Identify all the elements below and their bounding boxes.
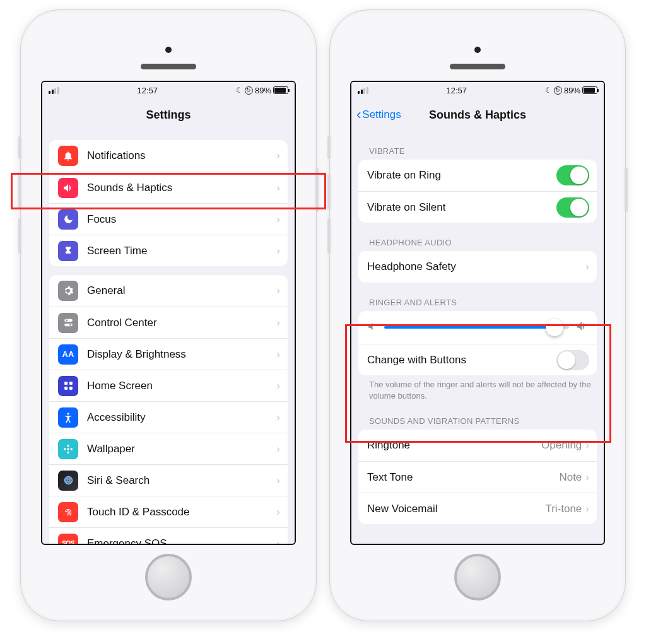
speaker-loud-icon [575,320,588,335]
nav-bar: ‹ Settings Sounds & Haptics [351,98,604,131]
toggle-vibrate-on-silent[interactable] [556,197,589,218]
row-general[interactable]: General › [49,275,288,307]
volume-up-button [327,174,331,209]
row-label: Control Center [87,317,276,329]
row-screen-time[interactable]: Screen Time › [49,235,288,266]
status-bar: 12:57 ☾ 89% [351,82,604,98]
back-button[interactable]: ‹ Settings [356,108,401,122]
row-label: Wallpaper [87,443,276,455]
row-sounds-haptics[interactable]: Sounds & Haptics › [49,172,288,203]
screen: 12:57 ☾ 89% ‹ Settings Sounds & Haptics … [350,81,605,545]
row-label: General [87,284,276,297]
home-button[interactable] [454,554,501,600]
svg-point-8 [68,413,69,414]
row-label: Screen Time [87,245,276,257]
mute-switch [327,136,331,159]
row-headphone-safety[interactable]: Headphone Safety › [358,251,597,283]
chevron-right-icon: › [276,213,280,226]
chevron-right-icon: › [276,474,280,487]
screen: 12:57 ☾ 89% Settings Notifications › [41,81,296,545]
chevron-right-icon: › [276,348,280,361]
hourglass-icon [58,241,78,261]
power-button [625,168,628,212]
row-text-tone[interactable]: Text Tone Note › [358,461,597,493]
row-label: Change with Buttons [367,354,556,366]
row-touchid-passcode[interactable]: Touch ID & Passcode › [49,496,288,527]
accessibility-icon [58,407,78,428]
row-notifications[interactable]: Notifications › [49,140,288,172]
row-vibrate-on-silent[interactable]: Vibrate on Silent [358,191,597,223]
row-label: Siri & Search [87,474,276,487]
svg-point-12 [64,448,66,450]
chevron-right-icon: › [276,537,280,544]
chevron-right-icon: › [276,245,280,257]
svg-rect-4 [64,382,68,385]
volume-slider[interactable] [384,319,569,336]
rotation-lock-icon [554,86,562,95]
row-label: Focus [87,213,276,226]
chevron-right-icon: › [276,411,280,424]
moon-icon: ☾ [236,86,243,95]
row-label: Headphone Safety [367,261,585,273]
chevron-right-icon: › [585,261,589,273]
row-label: Vibrate on Silent [367,201,556,214]
volume-down-button [327,218,331,254]
page-title: Sounds & Haptics [429,108,526,122]
toggle-change-with-buttons[interactable] [556,350,589,370]
row-label: Notifications [87,149,276,162]
flower-icon [58,439,78,459]
svg-point-9 [67,448,69,450]
phone-mockup-left: 12:57 ☾ 89% Settings Notifications › [20,9,317,621]
svg-point-11 [67,451,69,453]
home-button[interactable] [145,554,192,600]
signal-icon [49,87,59,94]
power-button [315,168,319,212]
volume-down-button [18,218,21,254]
svg-rect-0 [64,319,73,322]
svg-point-14 [64,477,72,484]
row-focus[interactable]: Focus › [49,203,288,235]
battery-percent: 89% [255,86,271,95]
section-header-patterns: SOUNDS AND VIBRATION PATTERNS [351,413,604,430]
row-value: Tri-tone [545,503,582,515]
row-emergency-sos[interactable]: SOS Emergency SOS › [49,527,288,544]
row-control-center[interactable]: Control Center › [49,307,288,338]
siri-icon [58,471,78,491]
chevron-right-icon: › [276,506,280,518]
svg-point-16 [67,479,69,482]
settings-list[interactable]: Notifications › Sounds & Haptics › Focus… [42,131,295,544]
chevron-right-icon: › [585,439,589,452]
chevron-right-icon: › [276,149,280,162]
chevron-right-icon: › [276,443,280,455]
moon-icon [58,209,78,230]
volume-up-button [18,174,21,209]
nav-bar: Settings [42,98,295,131]
section-header-vibrate: VIBRATE [351,143,604,160]
rotation-lock-icon [245,86,253,95]
status-bar: 12:57 ☾ 89% [42,82,295,98]
row-change-with-buttons[interactable]: Change with Buttons [358,344,597,375]
settings-group-2: General › Control Center › AA Display & … [49,275,288,544]
phone-mockup-right: 12:57 ☾ 89% ‹ Settings Sounds & Haptics … [329,9,626,621]
row-label: Touch ID & Passcode [87,506,276,518]
row-vibrate-on-ring[interactable]: Vibrate on Ring [358,160,597,191]
sounds-haptics-list[interactable]: VIBRATE Vibrate on Ring Vibrate on Silen… [351,131,604,544]
row-wallpaper[interactable]: Wallpaper › [49,433,288,464]
chevron-right-icon: › [276,380,280,392]
row-ringtone[interactable]: Ringtone Opening › [358,430,597,461]
row-value: Note [559,471,582,484]
svg-point-2 [66,320,68,322]
chevron-right-icon: › [276,182,280,194]
group-headphone: Headphone Safety › [358,251,597,283]
section-footer-ringer: The volume of the ringer and alerts will… [351,375,604,401]
gear-icon [58,281,78,301]
svg-rect-1 [64,324,73,326]
row-home-screen[interactable]: Home Screen › [49,370,288,401]
section-header-headphone: HEADPHONE AUDIO [351,234,604,251]
speaker-grille [141,64,196,69]
row-new-voicemail[interactable]: New Voicemail Tri-tone › [358,493,597,524]
row-siri-search[interactable]: Siri & Search › [49,464,288,496]
toggle-vibrate-on-ring[interactable] [556,165,589,185]
row-display-brightness[interactable]: AA Display & Brightness › [49,338,288,370]
row-accessibility[interactable]: Accessibility › [49,401,288,433]
